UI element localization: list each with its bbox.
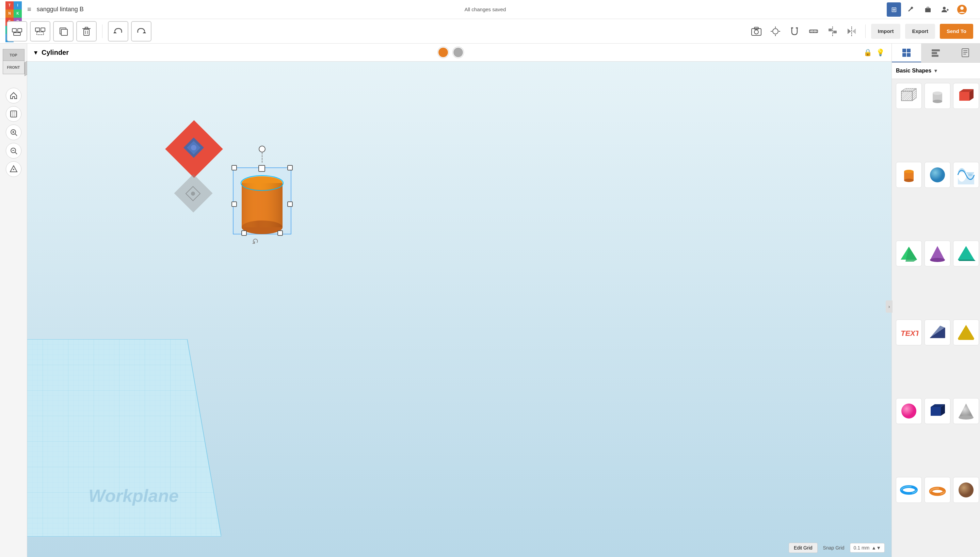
align-btn[interactable]: [824, 23, 841, 39]
logo-k: K: [14, 10, 22, 18]
project-name[interactable]: sanggul lintang B: [37, 6, 84, 13]
snap-chevron-icon: ▲▼: [871, 545, 881, 550]
svg-rect-38: [828, 29, 832, 31]
svg-point-126: [959, 482, 973, 497]
grid-footer: Edit Grid Snap Grid 0.1 mm ▲▼: [789, 543, 885, 553]
svg-rect-13: [61, 29, 67, 36]
mirror-btn[interactable]: [843, 23, 860, 39]
shape-sphere-pink[interactable]: [896, 398, 922, 424]
svg-rect-72: [259, 165, 265, 171]
snap-grid-value[interactable]: 0.1 mm ▲▼: [850, 543, 885, 552]
tab-list[interactable]: [921, 44, 951, 62]
shape-torus-blue[interactable]: [896, 477, 922, 503]
logo-n: N: [5, 10, 14, 18]
svg-point-5: [960, 7, 964, 10]
svg-point-121: [959, 415, 973, 420]
shape-cylinder-orange[interactable]: [896, 162, 922, 188]
shape-torus-orange[interactable]: [925, 477, 951, 503]
snap-grid-label: Snap Grid: [823, 545, 845, 550]
shape-text-red[interactable]: TEXT: [896, 319, 922, 345]
group-btn[interactable]: [7, 21, 27, 42]
svg-point-1: [943, 7, 946, 10]
shape-sphere-brown[interactable]: [953, 477, 979, 503]
rotation-line: [262, 152, 263, 163]
shape-cone-grey[interactable]: [953, 398, 979, 424]
view-cube[interactable]: TOP FRONT: [0, 49, 29, 80]
cube-top-face[interactable]: TOP: [3, 49, 24, 61]
shapes-dropdown[interactable]: Basic Shapes ▼: [896, 68, 938, 74]
shapes-grid: TEXT: [892, 79, 980, 557]
dropdown-arrow-icon: ▼: [933, 68, 938, 73]
undo-btn[interactable]: [108, 21, 128, 42]
home-view-btn[interactable]: [6, 88, 21, 103]
svg-rect-16: [85, 27, 88, 29]
shape-pyramid-green[interactable]: [896, 241, 922, 266]
export-btn[interactable]: Export: [905, 24, 935, 39]
shape-box-navy[interactable]: [925, 398, 951, 424]
edit-grid-btn[interactable]: Edit Grid: [789, 543, 817, 553]
svg-marker-62: [187, 141, 201, 155]
shape-prism-teal[interactable]: [953, 241, 979, 266]
cube-front-face[interactable]: FRONT: [3, 60, 24, 74]
svg-marker-20: [143, 31, 146, 33]
ungroup-btn[interactable]: [30, 21, 51, 42]
svg-rect-70: [242, 183, 282, 227]
logo[interactable]: T I N K E R C A D: [5, 2, 22, 18]
shape-cone-purple[interactable]: [925, 241, 951, 266]
shape-cylinder-grey[interactable]: [925, 83, 951, 109]
sendto-btn[interactable]: Send To: [940, 24, 973, 39]
hammer-view-btn[interactable]: [904, 2, 918, 17]
workplane[interactable]: ▾ Cylinder 🔒 💡: [27, 44, 892, 557]
visibility-icon[interactable]: 💡: [876, 48, 885, 57]
panel-header: Basic Shapes ▼: [892, 63, 980, 79]
tab-grid[interactable]: [892, 44, 921, 62]
zoom-out-btn[interactable]: [6, 143, 21, 158]
shape-sphere-blue[interactable]: [925, 162, 951, 188]
svg-rect-43: [11, 111, 17, 117]
delete-btn[interactable]: [76, 21, 97, 42]
rotation-handle-top[interactable]: [259, 146, 266, 152]
obj-color-solid[interactable]: [438, 47, 448, 58]
camera-btn[interactable]: [748, 23, 765, 39]
shape-box-striped[interactable]: [896, 83, 922, 109]
redo-btn[interactable]: [131, 21, 152, 42]
svg-rect-81: [902, 53, 906, 57]
shape-tool-btn[interactable]: [6, 161, 21, 177]
grid-svg: [27, 339, 221, 537]
avatar-btn[interactable]: [955, 2, 969, 17]
tab-notes[interactable]: [951, 44, 980, 62]
svg-rect-85: [932, 55, 938, 57]
obj-color-hole[interactable]: [453, 47, 464, 58]
magnet-btn[interactable]: [786, 23, 803, 39]
obj-dropdown-btn[interactable]: ▾: [34, 48, 38, 57]
briefcase-view-btn[interactable]: [921, 2, 935, 17]
light-btn[interactable]: [767, 23, 784, 39]
svg-rect-74: [288, 202, 292, 207]
panel-title: Basic Shapes: [896, 68, 931, 74]
svg-rect-9: [36, 28, 39, 31]
svg-rect-67: [242, 183, 282, 227]
menu-icon[interactable]: ≡: [27, 5, 31, 13]
svg-rect-117: [931, 407, 941, 416]
toolbar: Import Export Send To: [0, 19, 980, 44]
lock-icon[interactable]: 🔒: [864, 48, 872, 57]
shape-wedge-blue[interactable]: [925, 319, 951, 345]
shadow-icon: [184, 184, 202, 203]
svg-marker-115: [958, 325, 974, 340]
fit-all-btn[interactable]: [6, 106, 21, 122]
shape-box-red[interactable]: [953, 83, 979, 109]
svg-point-63: [191, 145, 196, 150]
import-btn[interactable]: Import: [871, 24, 901, 39]
measure-btn[interactable]: [806, 23, 822, 39]
shape-pyramid-yellow[interactable]: [953, 319, 979, 345]
svg-rect-8: [14, 33, 20, 36]
panel-collapse-btn[interactable]: ›: [886, 300, 892, 313]
zoom-in-btn[interactable]: [6, 125, 21, 140]
user-add-btn[interactable]: [938, 2, 952, 17]
grid-view-btn[interactable]: ⊞: [887, 2, 901, 17]
shape-wave-blue[interactable]: [953, 162, 979, 188]
svg-point-95: [933, 100, 942, 103]
duplicate-btn[interactable]: [53, 21, 73, 42]
svg-point-96: [933, 91, 942, 95]
svg-point-107: [930, 258, 945, 262]
